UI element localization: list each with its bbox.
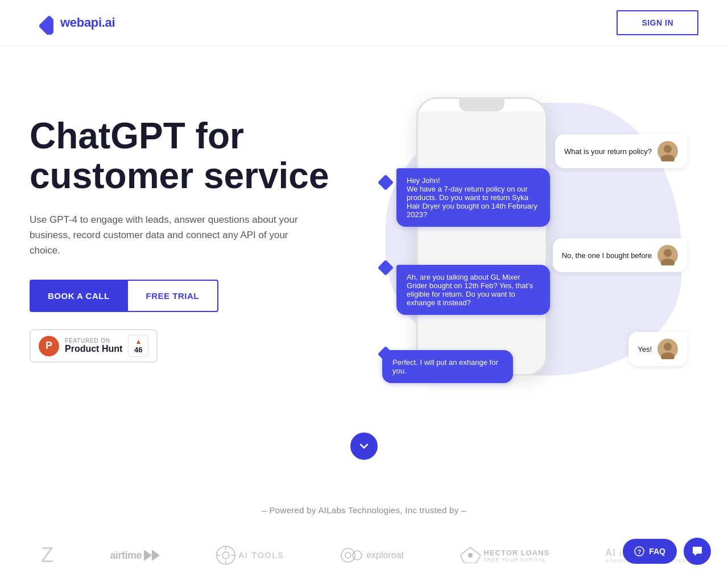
- upvote-arrow-icon: ▲: [135, 338, 142, 346]
- brand-exploroat: exploroat: [340, 547, 404, 563]
- product-hunt-featured-label: FEATURED ON: [65, 338, 122, 344]
- chat-message-5: Yes!: [628, 332, 687, 366]
- aitools-icon: [216, 546, 235, 565]
- chat-message-3: No, the one I bought before: [553, 238, 687, 272]
- chat-button[interactable]: [684, 538, 711, 565]
- scroll-down-button[interactable]: [350, 433, 378, 460]
- brand-hector-loans: HECTOR LOANS FREE YOUR CAPITAL: [460, 547, 550, 563]
- hero-section: ChatGPT for customer service Use GPT-4 t…: [0, 46, 728, 421]
- avatar-3: [657, 339, 678, 359]
- question-icon: ?: [634, 546, 644, 556]
- hector-icon: [460, 547, 481, 563]
- hero-title: ChatGPT for customer service: [30, 116, 348, 196]
- brands-section: – Powered by AILabs Technologies, Inc tr…: [0, 483, 728, 582]
- avatar-2: [657, 245, 678, 265]
- powered-by-text: – Powered by AILabs Technologies, Inc tr…: [30, 505, 698, 515]
- product-hunt-votes: ▲ 46: [128, 335, 148, 357]
- avatar-1: [657, 141, 678, 161]
- svg-marker-11: [152, 550, 160, 561]
- chat-message-4: Ah, are you talking about GL Mixer Gride…: [396, 265, 550, 315]
- diamond-2: [378, 260, 394, 276]
- exploroat-icon: [340, 547, 363, 563]
- svg-marker-10: [144, 550, 152, 561]
- chat-message-2: Hey John!We have a 7-day return policy o…: [396, 168, 550, 227]
- svg-point-5: [664, 249, 672, 257]
- svg-rect-0: [38, 15, 53, 35]
- scroll-button-area: [0, 421, 728, 483]
- svg-point-2: [664, 145, 672, 153]
- logo-text: webapi.ai: [60, 15, 115, 30]
- hero-buttons: BOOK A CALL FREE TRIAL: [30, 280, 348, 312]
- airtime-icon: [144, 550, 160, 561]
- book-call-button[interactable]: BOOK A CALL: [30, 280, 128, 312]
- svg-point-16: [353, 551, 362, 560]
- hero-description: Use GPT-4 to engage with leads, answer q…: [30, 212, 314, 259]
- hero-content: ChatGPT for customer service Use GPT-4 t…: [30, 116, 348, 363]
- chat-messages-area: What is your return policy? Hey John!We …: [348, 80, 698, 398]
- svg-text:?: ?: [638, 548, 642, 555]
- logo-icon: [30, 11, 53, 35]
- faq-label: FAQ: [649, 547, 665, 556]
- chat-message-6: Perfect. I will put an exhange for you.: [382, 350, 513, 383]
- brand-airtime: airtime: [110, 550, 160, 562]
- brand-z: Z: [41, 543, 54, 567]
- svg-point-15: [345, 552, 351, 558]
- product-hunt-badge[interactable]: P FEATURED ON Product Hunt ▲ 46: [30, 329, 158, 363]
- product-hunt-icon: P: [39, 336, 59, 356]
- svg-point-13: [222, 552, 229, 559]
- vote-count: 46: [134, 346, 142, 354]
- brands-row: Z airtime AI TOOLS e: [30, 543, 698, 567]
- sign-in-button[interactable]: SIGN IN: [617, 10, 698, 35]
- chat-message-1: What is your return policy?: [555, 134, 687, 168]
- hero-illustration: What is your return policy? Hey John!We …: [348, 80, 698, 398]
- header: webapi.ai SIGN IN: [0, 0, 728, 46]
- faq-button[interactable]: ? FAQ: [623, 539, 677, 564]
- svg-point-18: [468, 553, 473, 558]
- logo: webapi.ai: [30, 11, 115, 35]
- diamond-1: [378, 174, 394, 190]
- chat-icon: [691, 545, 704, 558]
- floating-buttons: ? FAQ: [623, 538, 711, 565]
- product-hunt-text: FEATURED ON Product Hunt: [65, 338, 122, 354]
- free-trial-button[interactable]: FREE TRIAL: [128, 280, 218, 312]
- chevron-down-icon: [358, 440, 370, 452]
- brand-aitools: AI TOOLS: [216, 546, 284, 565]
- product-hunt-name: Product Hunt: [65, 344, 122, 354]
- svg-point-8: [664, 343, 672, 351]
